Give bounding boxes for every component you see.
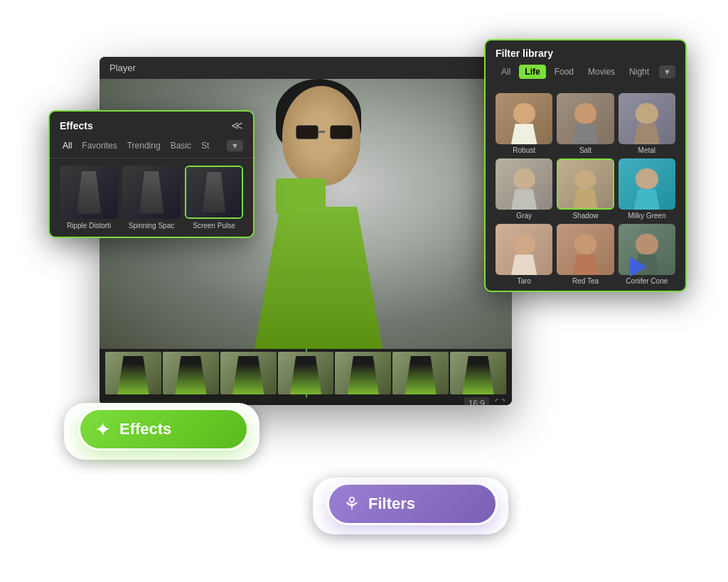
filter-grid: Robust Salt Metal Gray Shadow: [486, 87, 685, 291]
filter-thumb-redtea: [557, 224, 614, 275]
filter-tab-food[interactable]: Food: [549, 65, 579, 79]
filter-item-robust[interactable]: Robust: [496, 93, 552, 154]
effect-item-spinning[interactable]: Spinning Spac: [122, 166, 181, 230]
filter-label-taro: Taro: [496, 277, 552, 285]
filter-label-salt: Salt: [557, 146, 614, 154]
filters-clover-icon: ⚘: [343, 493, 360, 515]
effects-tab-basic[interactable]: Basic: [168, 139, 194, 152]
timeline-thumbnails: [100, 352, 512, 394]
effect-item-screenpulse[interactable]: Screen Pulse: [185, 166, 243, 230]
filter-tab-movies[interactable]: Movies: [582, 65, 621, 79]
filters-badge-button[interactable]: ⚘ Filters: [327, 483, 498, 525]
player-timeline: 16:9 ⛶: [100, 349, 512, 405]
effect-thumb-spinning: [122, 166, 181, 219]
effects-grid: Ripple Distorti Spinning Spac Screen Pul…: [50, 158, 253, 237]
effect-thumb-screenpulse: [185, 166, 243, 219]
filter-tab-all[interactable]: All: [496, 65, 516, 79]
timeline-thumb-7: [450, 352, 506, 394]
effects-star-icon: ✦: [95, 418, 111, 441]
glasses-bridge: [318, 131, 325, 133]
filters-badge-label: Filters: [368, 495, 415, 513]
model-glasses: [296, 125, 353, 139]
filter-item-shadow[interactable]: Shadow: [557, 158, 614, 220]
effects-badge-label: Effects: [119, 420, 171, 438]
timeline-thumb-5: [335, 352, 391, 394]
filter-label-conifercone: Conifer Cone: [619, 277, 675, 285]
filter-thumb-taro: [496, 224, 552, 275]
filter-label-redtea: Red Tea: [557, 277, 614, 285]
effects-collapse-button[interactable]: ≪: [231, 119, 243, 132]
effects-panel-header: Effects ≪: [50, 112, 253, 136]
effects-panel: Effects ≪ All Favorites Trending Basic S…: [48, 110, 255, 238]
filter-panel-title: Filter library: [496, 48, 675, 59]
player-titlebar: Player: [100, 57, 512, 79]
filter-thumb-shadow: [557, 158, 614, 210]
filter-tab-night[interactable]: Night: [623, 65, 655, 79]
filter-item-gray[interactable]: Gray: [496, 158, 552, 220]
timeline-thumb-2: [163, 352, 219, 394]
filter-label-milkygreen: Milky Green: [619, 212, 675, 220]
effects-tab-favorites[interactable]: Favorites: [79, 139, 119, 152]
filter-label-metal: Metal: [619, 146, 675, 154]
model-face: [282, 86, 360, 185]
filter-item-taro[interactable]: Taro: [496, 224, 552, 285]
filter-item-milkygreen[interactable]: Milky Green: [619, 158, 675, 220]
player-title: Player: [109, 63, 136, 73]
filter-tab-life[interactable]: Life: [519, 65, 545, 79]
filter-thumb-robust: [496, 93, 552, 144]
effect-label-screenpulse: Screen Pulse: [185, 222, 243, 230]
timeline-thumb-1: [105, 352, 161, 394]
filter-thumb-milkygreen: [619, 158, 675, 210]
effect-item-ripple[interactable]: Ripple Distorti: [60, 166, 118, 230]
filter-thumb-salt: [557, 93, 614, 144]
effects-tabs: All Favorites Trending Basic St ▼: [50, 136, 253, 158]
effects-tab-dropdown[interactable]: ▼: [227, 140, 243, 151]
timeline-thumb-6: [392, 352, 449, 394]
filter-label-gray: Gray: [496, 212, 552, 220]
effects-tab-trending[interactable]: Trending: [124, 139, 164, 152]
filter-panel: Filter library All Life Food Movies Nigh…: [484, 39, 687, 292]
effect-thumb-ripple: [60, 166, 118, 219]
glasses-right-lens: [330, 125, 353, 139]
filter-label-robust: Robust: [496, 146, 552, 154]
filter-item-salt[interactable]: Salt: [557, 93, 614, 154]
filter-thumb-gray: [496, 158, 552, 210]
filter-item-metal[interactable]: Metal: [619, 93, 675, 154]
filter-panel-header: Filter library All Life Food Movies Nigh…: [486, 41, 685, 87]
effect-label-ripple: Ripple Distorti: [60, 222, 118, 230]
glasses-left-lens: [296, 125, 318, 139]
effects-panel-title: Effects: [60, 120, 93, 131]
timeline-thumb-3: [220, 352, 277, 394]
timeline-thumb-4: [278, 352, 334, 394]
effects-badge-button[interactable]: ✦ Effects: [78, 408, 249, 451]
effects-tab-st[interactable]: St: [198, 139, 212, 152]
effect-label-spinning: Spinning Spac: [122, 222, 181, 230]
filter-tabs: All Life Food Movies Night ▼: [496, 65, 675, 83]
filter-item-redtea[interactable]: Red Tea: [557, 224, 614, 285]
filter-item-conifercone[interactable]: Conifer Cone: [619, 224, 675, 285]
filter-thumb-metal: [619, 93, 675, 144]
filter-tab-dropdown[interactable]: ▼: [659, 65, 675, 78]
expand-icon[interactable]: ⛶: [495, 398, 505, 405]
aspect-ratio-button[interactable]: 16:9: [464, 397, 489, 405]
filter-label-shadow: Shadow: [557, 212, 614, 220]
effects-tab-all[interactable]: All: [60, 139, 75, 152]
